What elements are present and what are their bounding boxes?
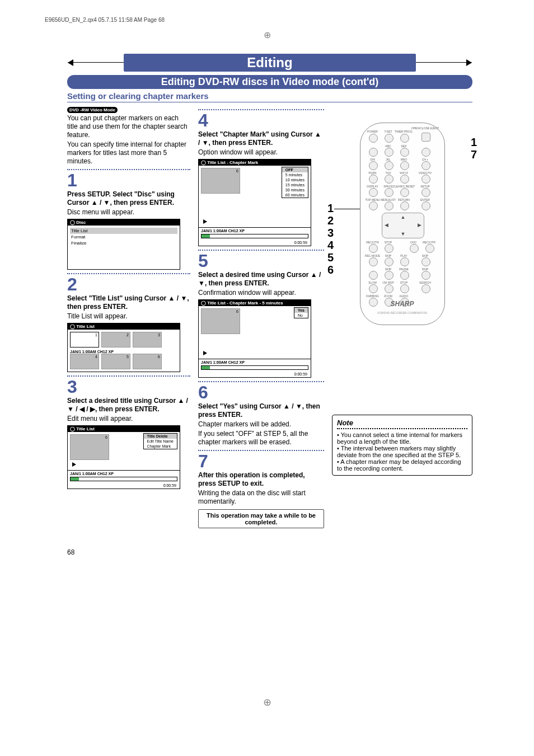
thumb: 6 bbox=[201, 308, 240, 334]
remote-button-eject[interactable] bbox=[421, 133, 430, 142]
remote-button-play[interactable] bbox=[400, 257, 409, 266]
osd-3-title: ◯ Title List bbox=[68, 426, 180, 432]
remote-button-videotv[interactable] bbox=[421, 175, 430, 184]
remote-button-recmode[interactable] bbox=[369, 257, 378, 266]
chapter-option: OFF bbox=[282, 167, 308, 172]
remote-button-9[interactable] bbox=[400, 175, 409, 184]
edit-menu-item: Edit Title Name bbox=[144, 439, 177, 444]
remote-button-1[interactable] bbox=[369, 148, 378, 157]
step-2-osd: ◯ Title List 1 2 3 JAN/1 1:00AM CH12 XP … bbox=[67, 323, 180, 372]
dpad-right-icon: ▶ bbox=[418, 222, 421, 228]
confirm-option: No bbox=[294, 313, 308, 318]
remote-dpad[interactable]: ▲ ▼ ◀ ▶ bbox=[382, 213, 424, 238]
edit-menu-item: Chapter Mark bbox=[144, 444, 177, 449]
step-7-after: Writing the data on the disc will start … bbox=[198, 489, 324, 506]
remote-button-slow[interactable] bbox=[369, 284, 378, 293]
thumb: 5 bbox=[101, 354, 130, 369]
remote-button[interactable] bbox=[369, 134, 378, 143]
step-5-number: 5 bbox=[198, 252, 324, 270]
thumb: 1 bbox=[70, 332, 99, 348]
osd-1-item: Format bbox=[70, 234, 177, 240]
play-icon bbox=[72, 462, 76, 467]
dpad-down-icon: ▼ bbox=[401, 231, 406, 237]
step-1-osd: ◯ Disc Title List Format Finalize bbox=[67, 219, 180, 270]
osd-2-footer: JAN/1 1:00AM CH12 XP bbox=[68, 350, 180, 354]
remote-button-enter[interactable] bbox=[421, 201, 430, 210]
remote-button[interactable] bbox=[400, 134, 409, 143]
osd-5-footer: JAN/1 1:00AM CH12 XP bbox=[199, 359, 311, 364]
intro-text-1: You can put chapter markers on each titl… bbox=[67, 114, 190, 139]
section-heading: Setting or clearing chapter markers ↘ bbox=[67, 91, 472, 102]
remote-button-topmenu[interactable] bbox=[369, 201, 378, 210]
remote-button-stop[interactable] bbox=[385, 244, 394, 253]
remote-button-6[interactable] bbox=[400, 161, 409, 170]
remote-model-sub: VCR/DVD RECORDER COMBINATION bbox=[360, 311, 444, 314]
remote-button-menulist[interactable] bbox=[385, 201, 394, 210]
remote-button-8[interactable] bbox=[385, 175, 394, 184]
remote-callout-left: 3 bbox=[327, 227, 334, 240]
remote-button-7[interactable] bbox=[369, 175, 378, 184]
remote-button-setup[interactable] bbox=[421, 188, 430, 197]
remote-callout-left: 5 bbox=[327, 251, 334, 264]
note-box: Note • You cannot select a time internal… bbox=[332, 415, 472, 476]
remote-button-skip-prev[interactable] bbox=[385, 271, 394, 280]
osd-5-time: 0:00:59 bbox=[199, 372, 311, 377]
remote-button-rec[interactable] bbox=[425, 244, 434, 253]
osd-1-title: ◯ Disc bbox=[68, 219, 180, 226]
remote-button-4[interactable] bbox=[369, 161, 378, 170]
play-icon bbox=[203, 219, 207, 224]
remote-callout-right: 1 bbox=[471, 136, 477, 149]
chapter-option: 30 minutes bbox=[282, 187, 308, 192]
chapter-option: 5 minutes bbox=[282, 172, 308, 177]
remote-button[interactable] bbox=[385, 134, 394, 143]
osd-2-title: ◯ Title List bbox=[68, 323, 180, 330]
step-4-after: Option window will appear. bbox=[198, 148, 324, 157]
remote-callout-left: 4 bbox=[327, 239, 334, 252]
thumb: 6 bbox=[70, 434, 109, 460]
remote-button-2[interactable] bbox=[385, 148, 394, 157]
step-6-heading: Select "Yes" using Cursor ▲ / ▼, then pr… bbox=[198, 402, 324, 419]
step-3-osd: ◯ Title List 6 Title Delete Edit Title N… bbox=[67, 425, 180, 489]
remote-button-pause[interactable] bbox=[400, 271, 409, 280]
dpad-left-icon: ◀ bbox=[385, 222, 388, 228]
edit-menu-item: Title Delete bbox=[144, 434, 177, 439]
remote-button-return[interactable] bbox=[400, 201, 409, 210]
step-6-number: 6 bbox=[198, 383, 324, 401]
remote-button-recmonitor[interactable] bbox=[369, 271, 378, 280]
crop-mark-bottom: ⊕ bbox=[263, 696, 271, 708]
remote-button-3[interactable] bbox=[400, 148, 409, 157]
remote-btn-label: TIMER PROG. bbox=[395, 130, 413, 133]
note-item: • The interval between markers may sligh… bbox=[337, 445, 467, 458]
step-6-after2: If you select "OFF" at STEP 5, all the c… bbox=[198, 430, 324, 447]
remote-button-search[interactable] bbox=[421, 284, 430, 293]
remote-button-dvd[interactable] bbox=[410, 244, 419, 253]
remote-button-rec[interactable] bbox=[369, 244, 378, 253]
note-title: Note bbox=[337, 419, 467, 427]
remote-button-skip[interactable] bbox=[385, 257, 394, 266]
remote-button-stop[interactable] bbox=[400, 284, 409, 293]
step-6-after1: Chapter markers will be added. bbox=[198, 420, 324, 429]
osd-4-title: ◯ Title List - Chapter Mark bbox=[199, 159, 311, 166]
remote-button-ch[interactable] bbox=[421, 161, 430, 170]
chapter-option: 15 minutes bbox=[282, 182, 308, 187]
step-4-osd: ◯ Title List - Chapter Mark 6 OFF 5 minu… bbox=[198, 159, 311, 246]
remote-button-ch[interactable] bbox=[421, 148, 430, 157]
osd-4-time: 0:00:59 bbox=[199, 241, 311, 246]
remote-button-clear[interactable] bbox=[400, 188, 409, 197]
remote-button-display[interactable] bbox=[369, 188, 378, 197]
step-4-heading: Select "Chapter Mark" using Cursor ▲ / ▼… bbox=[198, 130, 324, 147]
thumb: 6 bbox=[133, 354, 162, 369]
progress-bar bbox=[70, 477, 177, 481]
osd-5-title: ◯ Title List - Chapter Mark - 5 minutes bbox=[199, 300, 311, 306]
page-title: Editing bbox=[124, 54, 415, 72]
remote-button-skip[interactable] bbox=[421, 257, 430, 266]
remote-button-skip-next[interactable] bbox=[421, 271, 430, 280]
note-item: • You cannot select a time internal for … bbox=[337, 431, 467, 445]
remote-button-cmskip[interactable] bbox=[385, 284, 394, 293]
step-7-heading: After this operation is completed, press… bbox=[198, 471, 324, 488]
remote-button-0[interactable] bbox=[385, 188, 394, 197]
remote-button-5[interactable] bbox=[385, 161, 394, 170]
confirm-option: Yes bbox=[294, 308, 308, 313]
progress-bar bbox=[201, 234, 308, 238]
remote-btn-label: T-SET bbox=[384, 130, 392, 133]
